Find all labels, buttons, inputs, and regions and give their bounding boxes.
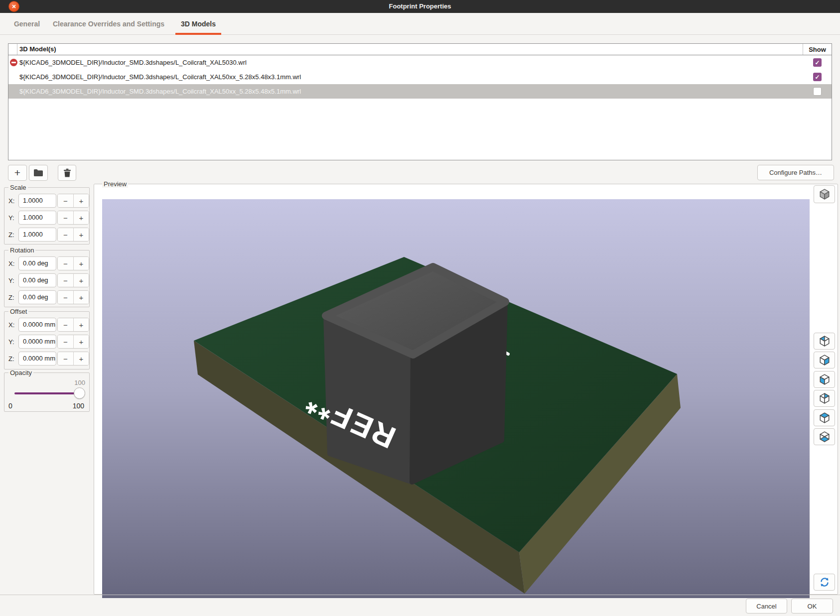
offset-z-label: Z: — [8, 355, 18, 363]
view-left-cube-icon — [819, 335, 830, 347]
browse-folder-button[interactable] — [29, 165, 48, 181]
rotation-z-decrement-button[interactable]: − — [58, 291, 73, 304]
model-missing-icon — [10, 59, 17, 66]
offset-group-label: Offset — [8, 308, 28, 315]
scale-group-label: Scale — [8, 184, 28, 191]
offset-y-label: Y: — [8, 338, 18, 346]
ok-button[interactable]: OK — [791, 599, 833, 614]
tab-general[interactable]: General — [12, 13, 42, 35]
bottom-separator — [0, 595, 840, 595]
model-list-header: 3D Model(s) Show — [8, 44, 832, 55]
toggle-orthographic-button[interactable] — [814, 185, 835, 203]
title-bar: ✕ Footprint Properties — [0, 0, 840, 13]
table-row-selected[interactable]: ${KICAD6_3DMODEL_DIR}/Inductor_SMD.3dsha… — [8, 84, 832, 99]
opacity-slider[interactable] — [14, 388, 80, 399]
view-bottom-button[interactable] — [814, 428, 835, 445]
add-model-button[interactable]: + — [8, 165, 27, 181]
view-back-button[interactable] — [814, 390, 835, 407]
offset-x-label: X: — [8, 321, 18, 329]
offset-z-increment-button[interactable]: + — [73, 352, 89, 365]
offset-y-input[interactable]: 0.0000 mm — [18, 335, 56, 349]
scale-y-increment-button[interactable]: + — [73, 211, 89, 224]
opacity-group-label: Opacity — [8, 369, 33, 376]
tab-bar: General Clearance Overrides and Settings… — [0, 13, 840, 35]
tab-clearance-overrides[interactable]: Clearance Overrides and Settings — [49, 13, 168, 35]
model-list: 3D Model(s) Show ${KICAD6_3DMODEL_DIR}/I… — [8, 43, 832, 160]
table-row[interactable]: ${KICAD6_3DMODEL_DIR}/Inductor_SMD.3dsha… — [8, 55, 832, 70]
opacity-min-label: 0 — [8, 402, 12, 410]
rotation-y-input[interactable]: 0.00 deg — [18, 273, 56, 287]
scale-x-decrement-button[interactable]: − — [58, 194, 73, 207]
rotation-z-label: Z: — [8, 294, 18, 301]
opacity-slider-track — [14, 392, 80, 394]
offset-group: Offset X: 0.0000 mm −+ Y: 0.0000 mm −+ Z… — [4, 308, 90, 370]
trash-icon — [63, 168, 71, 177]
pcb-3d-render: REF** — [102, 199, 810, 598]
model-path: ${KICAD6_3DMODEL_DIR}/Inductor_SMD.3dsha… — [17, 73, 803, 81]
view-right-button[interactable] — [814, 352, 835, 369]
scale-z-label: Z: — [8, 231, 18, 239]
scale-x-increment-button[interactable]: + — [73, 194, 89, 207]
offset-x-input[interactable]: 0.0000 mm — [18, 318, 56, 332]
view-back-cube-icon — [819, 392, 830, 404]
view-top-button[interactable] — [814, 409, 835, 426]
tab-3d-models[interactable]: 3D Models — [175, 13, 221, 35]
model-path: ${KICAD6_3DMODEL_DIR}/Inductor_SMD.3dsha… — [17, 88, 803, 95]
opacity-group: Opacity 100 0 100 — [4, 369, 90, 412]
show-checkbox[interactable]: ✓ — [813, 73, 822, 81]
preview-group-label: Preview — [102, 180, 128, 188]
view-left-button[interactable] — [814, 333, 835, 350]
show-checkbox[interactable]: ✓ — [813, 58, 822, 67]
rotation-y-increment-button[interactable]: + — [73, 274, 89, 287]
table-row[interactable]: ${KICAD6_3DMODEL_DIR}/Inductor_SMD.3dsha… — [8, 70, 832, 84]
rotation-y-label: Y: — [8, 277, 18, 284]
delete-model-button[interactable] — [58, 165, 76, 181]
header-icon-column — [8, 44, 17, 55]
rotation-x-decrement-button[interactable]: − — [58, 257, 73, 270]
configure-paths-button[interactable]: Configure Paths… — [757, 165, 834, 180]
plus-icon: + — [14, 167, 20, 179]
scale-y-input[interactable]: 1.0000 — [18, 211, 56, 225]
header-models-column: 3D Model(s) — [17, 44, 803, 55]
rotation-x-label: X: — [8, 260, 18, 267]
rotation-group: Rotation X: 0.00 deg −+ Y: 0.00 deg −+ Z… — [4, 246, 90, 307]
preview-3d-viewport[interactable]: REF** — [102, 199, 810, 598]
scale-y-label: Y: — [8, 214, 18, 222]
scale-z-increment-button[interactable]: + — [73, 228, 89, 241]
scale-z-input[interactable]: 1.0000 — [18, 228, 56, 242]
refresh-icon — [819, 577, 830, 588]
offset-z-decrement-button[interactable]: − — [58, 352, 73, 365]
offset-x-increment-button[interactable]: + — [73, 318, 89, 331]
rotation-x-increment-button[interactable]: + — [73, 257, 89, 270]
offset-y-increment-button[interactable]: + — [73, 335, 89, 348]
view-bottom-cube-icon — [819, 431, 830, 443]
scale-y-decrement-button[interactable]: − — [58, 211, 73, 224]
rotation-x-input[interactable]: 0.00 deg — [18, 256, 56, 270]
view-top-cube-icon — [819, 412, 830, 424]
header-show-column: Show — [803, 46, 832, 53]
rotation-group-label: Rotation — [8, 246, 35, 254]
scale-z-decrement-button[interactable]: − — [58, 228, 73, 241]
offset-x-decrement-button[interactable]: − — [58, 318, 73, 331]
rotation-z-input[interactable]: 0.00 deg — [18, 290, 56, 304]
reload-model-button[interactable] — [814, 574, 835, 591]
preview-group: Preview — [94, 180, 838, 595]
offset-z-input[interactable]: 0.0000 mm — [18, 352, 56, 366]
opacity-max-label: 100 — [73, 402, 84, 410]
rotation-y-decrement-button[interactable]: − — [58, 274, 73, 287]
component-model — [326, 267, 505, 482]
opacity-slider-thumb[interactable] — [74, 387, 85, 399]
show-checkbox[interactable] — [813, 87, 822, 96]
view-front-cube-icon — [819, 373, 830, 385]
rotation-z-increment-button[interactable]: + — [73, 291, 89, 304]
perspective-cube-icon — [819, 188, 830, 200]
folder-icon — [33, 169, 43, 177]
scale-group: Scale X: 1.0000 −+ Y: 1.0000 −+ Z: 1.000… — [4, 184, 90, 245]
opacity-value: 100 — [8, 379, 85, 386]
view-right-cube-icon — [819, 354, 830, 366]
scale-x-input[interactable]: 1.0000 — [18, 194, 56, 208]
offset-y-decrement-button[interactable]: − — [58, 335, 73, 348]
window-title: Footprint Properties — [0, 0, 840, 13]
view-front-button[interactable] — [814, 371, 835, 388]
cancel-button[interactable]: Cancel — [746, 599, 787, 614]
